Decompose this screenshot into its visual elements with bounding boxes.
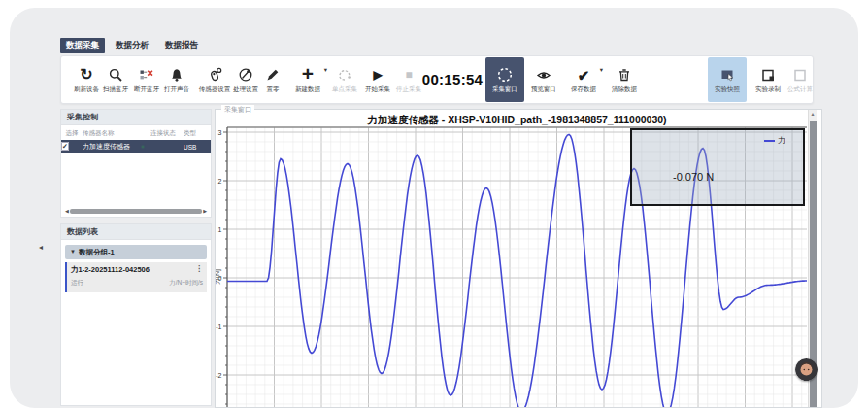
chart-panel-label: 采集窗口 (221, 105, 254, 115)
toolbar-button-label: 清除数据 (612, 85, 637, 94)
toolbar-button-label: 开始采集 (365, 85, 390, 94)
plus-icon: + (302, 66, 314, 85)
svg-text:-1: -1 (216, 323, 221, 330)
bell-icon (169, 66, 184, 85)
toolbar-button-label: 处理设置 (233, 85, 258, 94)
toolbar-button-label: 公式计算 (787, 85, 813, 94)
scroll-left-icon[interactable]: ◀ (65, 208, 69, 215)
chevron-down-icon[interactable]: ▾ (600, 66, 603, 74)
tab-bar: 数据采集数据分析数据报告 (60, 38, 204, 53)
scroll-right-icon[interactable]: ▶ (203, 208, 207, 215)
data-item-axes: 力/N~时间/s (169, 279, 203, 288)
data-list-panel: 数据列表 ▼ 数据分组-1 力1-2-20251112-042506 ⋮ 运行 … (60, 223, 212, 406)
chart-title: 力加速度传感器 - XHSP-V10HID_path_-1981348857_1… (227, 114, 807, 127)
chart-legend: 力 (764, 135, 785, 146)
process-settings-icon (238, 66, 253, 85)
measurement-annotation: -0.070 N (673, 171, 714, 183)
play-icon: ▶ (373, 66, 382, 85)
tab-2[interactable]: 数据报告 (159, 38, 204, 53)
sensor-checkbox[interactable]: ✓ (61, 142, 69, 151)
toolbar-button-label: 保存数据 (571, 85, 596, 94)
refresh-icon: ↻ (80, 66, 92, 85)
sensor-settings-icon (207, 66, 222, 85)
toolbar-button-record-window[interactable]: 实验录制 (749, 57, 787, 102)
user-avatar[interactable] (795, 358, 818, 381)
toolbar-button-label: 实验快照 (715, 85, 740, 94)
toolbar: 00:15:54 ↻刷新设备扫描蓝牙断开蓝牙打开声音传感器设置处理设置置零+新建… (60, 55, 814, 104)
toolbar-button-label: 采集窗口 (492, 85, 517, 94)
svg-text:1: 1 (218, 226, 222, 233)
toolbar-button-snapshot[interactable]: 实验快照 (708, 57, 747, 102)
item-more-icon[interactable]: ⋮ (195, 265, 203, 275)
toolbar-button-label: 扫描蓝牙 (103, 85, 128, 94)
column-header: 连接状态 (143, 129, 184, 138)
data-list-title: 数据列表 (61, 224, 211, 240)
svg-text:3: 3 (218, 129, 222, 136)
trash-icon (617, 66, 632, 85)
toolbar-button-label: 预览窗口 (531, 85, 556, 94)
toolbar-button-label: 断开蓝牙 (134, 85, 159, 94)
data-item-status: 运行 (71, 279, 83, 288)
bluetooth-disconnect-icon (139, 66, 154, 85)
toolbar-button-formula-window[interactable]: 公式计算 (785, 57, 815, 102)
toolbar-button-bell[interactable]: 打开声音 (157, 57, 196, 102)
sensor-name: 力加速度传感器 (83, 142, 143, 152)
sensor-table-header: 选择传感器名称连接状态类型 (61, 127, 211, 140)
app-window: 数据采集数据分析数据报告 00:15:54 ↻刷新设备扫描蓝牙断开蓝牙打开声音传… (0, 0, 868, 408)
toolbar-button-label: 单点采集 (332, 85, 357, 94)
collect-control-title: 采集控制 (61, 110, 211, 125)
sensor-type: USB (184, 144, 211, 151)
toolbar-button-stop[interactable]: ■停止采集 (389, 57, 428, 102)
data-item-name: 力1-2-20251112-042506 (71, 265, 150, 275)
toolbar-button-pen-zero[interactable]: 置零 (257, 57, 288, 102)
data-group-label: 数据分组-1 (79, 248, 115, 256)
chart-panel: 采集窗口 力加速度传感器 - XHSP-V10HID_path_-1981348… (215, 109, 822, 408)
acquisition-timer: 00:15:54 (418, 56, 486, 101)
column-header: 类型 (184, 129, 211, 138)
check-icon: ✔ (578, 66, 590, 85)
hscroll-thumb[interactable] (70, 209, 202, 214)
chevron-down-icon[interactable]: ▼ (70, 245, 76, 259)
data-item[interactable]: 力1-2-20251112-042506 ⋮ 运行 力/N~时间/s (65, 262, 207, 292)
toolbar-button-label: 停止采集 (396, 85, 421, 94)
svg-text:2: 2 (218, 178, 222, 185)
legend-label: 力 (778, 135, 785, 146)
snapshot-icon (719, 66, 735, 85)
svg-text:-2: -2 (216, 372, 221, 379)
sensor-table-hscrollbar[interactable]: ◀ ▶ (65, 208, 207, 215)
legend-line-swatch (764, 140, 775, 142)
column-header: 选择 (61, 129, 83, 138)
collect-control-panel: 采集控制 选择传感器名称连接状态类型✓力加速度传感器USB ◀ ▶ (60, 109, 212, 218)
dashed-circle-icon (496, 66, 514, 85)
pen-zero-icon (265, 66, 281, 85)
toolbar-button-label: 新建数据 (295, 85, 320, 94)
toolbar-button-label: 置零 (267, 85, 280, 94)
toolbar-button-trash[interactable]: 清除数据 (605, 57, 644, 102)
search-icon (108, 66, 123, 85)
sensor-row[interactable]: ✓力加速度传感器USB (61, 140, 211, 153)
toolbar-button-eye[interactable]: 预览窗口 (524, 57, 563, 102)
collapse-left-panel-button[interactable]: ◂ (39, 243, 43, 252)
single-point-icon (337, 66, 352, 85)
toolbar-button-label: 打开声音 (164, 85, 189, 94)
scroll-up-icon[interactable]: ▲ (809, 111, 817, 117)
toolbar-button-dashed-circle[interactable]: 采集窗口 (485, 57, 524, 102)
toolbar-button-plus[interactable]: +新建数据▾ (288, 57, 327, 102)
column-header: 传感器名称 (83, 129, 143, 138)
tab-0[interactable]: 数据采集 (60, 38, 105, 53)
data-group-row[interactable]: ▼ 数据分组-1 (65, 245, 207, 259)
toolbar-button-check[interactable]: ✔保存数据▾ (564, 57, 603, 102)
eye-icon (536, 66, 551, 85)
avatar-face (795, 358, 818, 381)
toolbar-button-label: 实验录制 (755, 85, 781, 94)
stop-icon: ■ (405, 66, 412, 85)
formula-window-icon (792, 66, 808, 85)
tab-1[interactable]: 数据分析 (110, 38, 154, 53)
record-window-icon (760, 66, 776, 85)
